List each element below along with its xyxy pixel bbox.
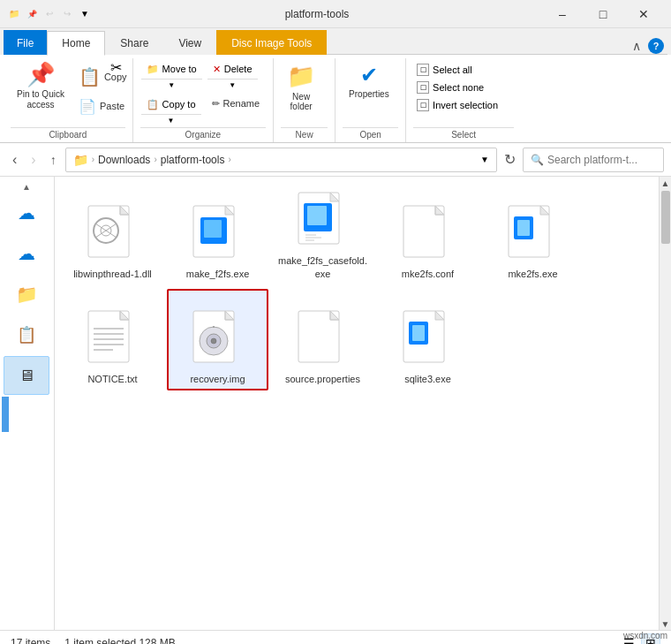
tab-share[interactable]: Share <box>105 30 163 55</box>
file-item-recovery[interactable]: recovery.img <box>167 289 268 390</box>
breadcrumb-sep3: › <box>228 155 230 164</box>
paste-button[interactable]: 📄 Paste <box>72 95 133 117</box>
rename-icon: ✏ <box>212 98 220 110</box>
back-button[interactable]: ‹ <box>7 148 22 171</box>
nav-bar: ‹ › ↑ 📁 › Downloads › platform-tools › ▼… <box>0 143 671 177</box>
breadcrumb-platform-tools[interactable]: platform-tools <box>161 154 225 166</box>
scissors-button[interactable]: ✂ <box>107 58 125 76</box>
invert-selection-checkbox-icon: ☐ <box>417 99 429 111</box>
sidebar-item-bar1[interactable] <box>2 397 9 432</box>
delete-arrow-icon[interactable]: ▼ <box>207 79 258 91</box>
tab-view[interactable]: View <box>163 30 216 55</box>
copy-to-arrow-icon[interactable]: ▼ <box>141 114 201 126</box>
sidebar-item-desktop[interactable]: 🖥 <box>4 356 49 395</box>
search-input[interactable] <box>547 154 653 166</box>
tab-file[interactable]: File <box>4 30 47 55</box>
file-item-libwinpthread[interactable]: libwinpthread-1.dll <box>62 184 163 285</box>
search-bar[interactable]: 🔍 <box>523 148 664 172</box>
redo-icon[interactable]: ↪ <box>60 7 74 21</box>
scrollbar-vertical[interactable]: ▲ ▼ <box>659 177 671 630</box>
select-none-button[interactable]: ☐ Select none <box>413 80 487 95</box>
clipboard-sidebar-icon: 📋 <box>17 325 36 345</box>
properties-label: Properties <box>349 89 389 99</box>
undo-icon[interactable]: ↩ <box>42 7 57 21</box>
file-item-make-f2fs[interactable]: make_f2fs.exe <box>167 184 268 285</box>
scroll-track[interactable] <box>660 189 671 617</box>
window-title: platform-tools <box>285 8 350 20</box>
folder-icon: 📁 <box>16 284 38 305</box>
invert-selection-button[interactable]: ☐ Invert selection <box>413 97 501 113</box>
tab-manage[interactable]: Disc Image Tools <box>216 30 327 55</box>
breadcrumb-sep1: › <box>92 155 94 164</box>
organize-row1: 📁 Move to ▼ ✕ Delete ▼ <box>140 58 259 92</box>
onedrive2-icon: ☁ <box>18 243 35 264</box>
address-bar[interactable]: 📁 › Downloads › platform-tools › ▼ <box>65 148 497 172</box>
copy-to-button[interactable]: 📋 Copy to ▼ <box>140 94 202 127</box>
new-folder-label: Newfolder <box>290 92 313 111</box>
file-icon-exe3 <box>502 204 564 266</box>
svg-rect-51 <box>412 325 425 341</box>
ribbon-group-organize: 📁 Move to ▼ ✕ Delete ▼ 📋 <box>133 58 275 142</box>
maximize-button[interactable]: □ <box>583 0 623 28</box>
breadcrumb-downloads[interactable]: Downloads <box>98 154 150 166</box>
forward-button[interactable]: › <box>26 148 41 171</box>
new-folder-button[interactable]: 📁 Newfolder <box>281 58 321 117</box>
customize-icon[interactable]: ▼ <box>78 7 92 21</box>
address-dropdown-icon[interactable]: ▼ <box>480 155 489 164</box>
sidebar-scroll-up[interactable]: ▲ <box>4 180 49 193</box>
sidebar-item-folder[interactable]: 📁 <box>4 275 49 314</box>
file-label: libwinpthread-1.dll <box>73 268 152 280</box>
sidebar-item-clipboard[interactable]: 📋 <box>4 315 49 354</box>
scroll-down-arrow[interactable]: ▼ <box>660 617 671 630</box>
sidebar-item-onedrive1[interactable]: ☁ <box>4 193 49 232</box>
help-icon[interactable]: ? <box>648 38 664 54</box>
refresh-button[interactable]: ↻ <box>501 148 519 171</box>
file-icon-exe2 <box>292 191 354 253</box>
search-icon: 🔍 <box>531 154 544 166</box>
scroll-thumb[interactable] <box>661 191 670 244</box>
pin-to-quick-access-button[interactable]: 📌 Pin to Quickaccess <box>11 58 71 117</box>
window-controls: – □ ✕ <box>542 0 664 28</box>
paste-icon: 📄 <box>79 98 96 115</box>
file-item-notice[interactable]: NOTICE.txt <box>62 289 163 390</box>
file-item-make-f2fs-casefold[interactable]: make_f2fs_casefold.exe <box>272 184 373 285</box>
file-icon-exe1 <box>187 204 249 266</box>
watermark: wsxdn.com <box>623 631 667 640</box>
file-item-mke2fs-exe[interactable]: mke2fs.exe <box>482 184 584 285</box>
onedrive-icon: ☁ <box>18 202 35 224</box>
item-count: 17 items <box>11 637 50 645</box>
file-area: libwinpthread-1.dll make_f2fs.exe <box>55 177 659 630</box>
sidebar-item-onedrive2[interactable]: ☁ <box>4 234 49 273</box>
tab-home[interactable]: Home <box>47 31 105 56</box>
file-icon-exe4 <box>397 309 459 371</box>
organize-row2: 📋 Copy to ▼ ✏ Rename <box>140 94 267 127</box>
file-label: mke2fs.exe <box>508 268 557 280</box>
rename-button[interactable]: ✏ Rename <box>206 94 267 113</box>
select-all-button[interactable]: ☐ Select all <box>413 62 476 78</box>
move-to-icon: 📁 <box>147 64 159 75</box>
properties-button[interactable]: ✔ Properties <box>343 58 396 117</box>
title-bar: 📁 📌 ↩ ↪ ▼ platform-tools – □ ✕ <box>0 0 671 28</box>
close-button[interactable]: ✕ <box>623 0 664 28</box>
move-to-button[interactable]: 📁 Move to ▼ <box>140 58 203 92</box>
ribbon-collapse-icon[interactable]: ∧ <box>632 39 641 53</box>
select-content: ☐ Select all ☐ Select none ☐ Invert sele… <box>413 58 501 127</box>
up-button[interactable]: ↑ <box>45 149 62 170</box>
minimize-button[interactable]: – <box>542 0 583 28</box>
file-icon-dll <box>82 204 144 266</box>
breadcrumb-sep2: › <box>154 155 156 164</box>
delete-button[interactable]: ✕ Delete ▼ <box>207 58 259 92</box>
scissors-area: ✂ <box>107 58 125 76</box>
scroll-up-arrow[interactable]: ▲ <box>660 177 671 189</box>
svg-point-42 <box>211 338 216 344</box>
move-to-arrow-icon[interactable]: ▼ <box>141 79 202 91</box>
move-to-label: 📁 Move to <box>141 59 202 79</box>
file-item-sqlite3[interactable]: sqlite3.exe <box>377 289 479 390</box>
pin-icon: 📌 <box>26 63 55 86</box>
main-content: ▲ ☁ ☁ 📁 📋 🖥 <box>0 177 671 630</box>
paste-label: Paste <box>100 101 124 111</box>
file-item-mke2fs-conf[interactable]: mke2fs.conf <box>377 184 479 285</box>
file-item-source-properties[interactable]: source.properties <box>272 289 373 390</box>
sidebar: ▲ ☁ ☁ 📁 📋 🖥 <box>0 177 55 630</box>
file-label: NOTICE.txt <box>87 373 137 385</box>
